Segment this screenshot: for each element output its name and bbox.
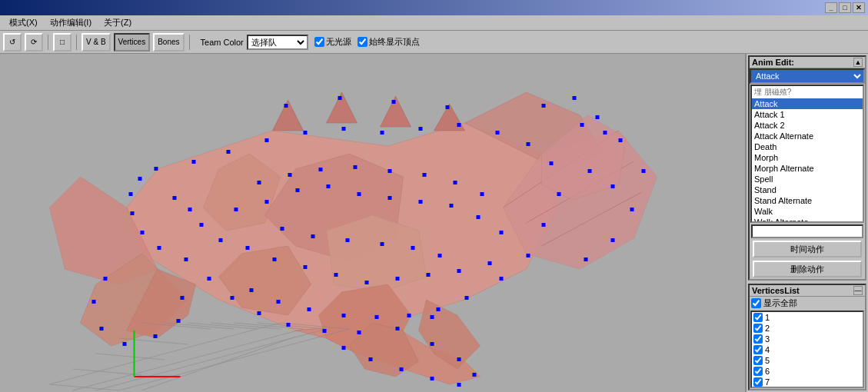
title-bar: _ □ ✕: [0, 0, 868, 15]
always-show-vertices-checkbox[interactable]: [358, 37, 367, 47]
svg-rect-133: [288, 173, 292, 177]
svg-rect-132: [258, 181, 261, 184]
svg-rect-73: [265, 200, 269, 204]
anim-edit-collapse[interactable]: ▲: [853, 58, 863, 67]
vertices-list-section: VerticesList — 显示全部 1 2 3: [748, 284, 866, 390]
vertices-list: 1 2 3 4 5: [750, 311, 864, 388]
menu-about[interactable]: 关于(Z): [98, 15, 138, 30]
svg-rect-70: [129, 192, 133, 196]
vertex-1-label: 1: [765, 313, 770, 322]
anim-dropdown[interactable]: AttackAttack 1Attack 2Attack AlternateDe…: [750, 68, 865, 84]
svg-rect-116: [473, 373, 477, 377]
vertex-item-7: 7: [752, 377, 863, 387]
svg-rect-134: [319, 168, 323, 171]
svg-rect-103: [542, 104, 546, 108]
svg-rect-117: [457, 383, 461, 387]
vertex-6-checkbox[interactable]: [753, 367, 763, 376]
svg-rect-131: [438, 254, 442, 257]
anim-list-item-stand-alt[interactable]: Stand Alternate: [752, 195, 863, 206]
anim-list-item-stand[interactable]: Stand: [752, 184, 863, 195]
svg-rect-98: [630, 208, 634, 211]
vertex-item-4: 4: [752, 344, 863, 355]
anim-list-item-spell[interactable]: Spell: [752, 174, 863, 184]
svg-rect-115: [457, 357, 461, 361]
anim-number-input[interactable]: [751, 224, 863, 238]
minimize-button[interactable]: _: [825, 2, 837, 13]
svg-rect-139: [481, 192, 484, 196]
svg-rect-58: [431, 315, 434, 319]
show-all-label: 显示全部: [763, 297, 797, 309]
svg-rect-113: [181, 296, 185, 300]
anim-list-item-morph-alt[interactable]: Morph Alternate: [752, 163, 863, 174]
svg-rect-102: [611, 184, 615, 188]
vertex-3-checkbox[interactable]: [753, 334, 763, 344]
vertex-6-label: 6: [765, 367, 770, 376]
anim-list-item-attack1[interactable]: Attack 1: [752, 109, 863, 120]
svg-rect-66: [185, 257, 188, 261]
vertex-2-checkbox[interactable]: [753, 324, 763, 333]
anim-list-item-morph[interactable]: Morph: [752, 152, 863, 163]
anim-list-item-attack-alt[interactable]: Attack Alternate: [752, 131, 863, 141]
close-button[interactable]: ✕: [853, 2, 865, 13]
svg-rect-130: [411, 246, 415, 250]
vertex-item-3: 3: [752, 334, 863, 344]
vertices-section-collapse[interactable]: —: [853, 286, 863, 295]
vertices-button[interactable]: Vertices: [114, 33, 151, 51]
svg-rect-135: [354, 165, 358, 169]
vb-button[interactable]: V & B: [81, 33, 111, 51]
svg-rect-87: [334, 273, 338, 277]
svg-rect-80: [477, 215, 481, 219]
anim-list-item-attack2[interactable]: Attack 2: [752, 120, 863, 131]
delete-action-button[interactable]: 删除动作: [753, 261, 862, 277]
vertex-7-checkbox[interactable]: [753, 377, 763, 387]
menu-action-edit[interactable]: 动作编辑(I): [44, 15, 98, 30]
svg-rect-47: [381, 131, 384, 135]
svg-rect-123: [338, 96, 342, 100]
right-panel: Anim Edit: ▲ AttackAttack 1Attack 2Attac…: [745, 54, 868, 392]
svg-rect-96: [619, 138, 623, 142]
svg-rect-79: [450, 204, 454, 208]
toolbar-icon-btn-2[interactable]: ⟳: [25, 33, 43, 51]
svg-rect-108: [92, 300, 96, 304]
svg-rect-63: [258, 311, 261, 315]
time-action-button[interactable]: 时间动作: [753, 241, 862, 257]
team-color-select[interactable]: 选择队: [247, 35, 308, 50]
svg-rect-55: [527, 254, 530, 257]
vertex-item-2: 2: [752, 323, 863, 334]
anim-list-item-walk[interactable]: Walk: [752, 206, 863, 217]
vertex-5-checkbox[interactable]: [753, 356, 763, 365]
svg-rect-57: [465, 296, 469, 300]
svg-rect-52: [550, 161, 554, 165]
toolbar: ↺ ⟳ □ V & B Vertices Bones Team Color 选择…: [0, 31, 868, 54]
svg-rect-129: [381, 242, 384, 246]
anim-list-item-attack[interactable]: Attack: [752, 98, 863, 109]
svg-rect-71: [138, 177, 142, 181]
maximize-button[interactable]: □: [839, 2, 851, 13]
svg-rect-100: [584, 257, 588, 261]
vertex-1-checkbox[interactable]: [753, 313, 763, 322]
anim-list-item-death[interactable]: Death: [752, 141, 863, 152]
svg-rect-61: [323, 329, 327, 333]
svg-rect-118: [431, 377, 434, 380]
toolbar-icon-btn-1[interactable]: ↺: [3, 33, 22, 51]
svg-rect-89: [273, 257, 277, 261]
viewport[interactable]: [0, 54, 745, 392]
toolbar-icon-btn-3[interactable]: □: [53, 33, 72, 51]
vertex-item-1: 1: [752, 312, 863, 323]
bones-button[interactable]: Bones: [153, 33, 184, 51]
show-all-checkbox[interactable]: [751, 298, 761, 308]
svg-rect-122: [284, 104, 288, 108]
anim-list-item-walk-alt[interactable]: Walk Alternate: [752, 217, 863, 223]
svg-rect-120: [369, 357, 373, 361]
svg-rect-142: [308, 307, 311, 311]
no-light-checkbox-group: 无光源: [314, 36, 351, 48]
vertex-2-label: 2: [765, 324, 770, 333]
svg-rect-119: [400, 367, 404, 371]
svg-rect-88: [304, 265, 308, 269]
title-bar-buttons: _ □ ✕: [825, 2, 865, 13]
no-light-checkbox[interactable]: [314, 37, 324, 47]
vertex-4-checkbox[interactable]: [753, 345, 763, 354]
main-area: Anim Edit: ▲ AttackAttack 1Attack 2Attac…: [0, 54, 868, 392]
menu-mode[interactable]: 模式(X): [3, 15, 44, 30]
anim-list-header: 埋 朋磁殖?: [752, 86, 863, 98]
